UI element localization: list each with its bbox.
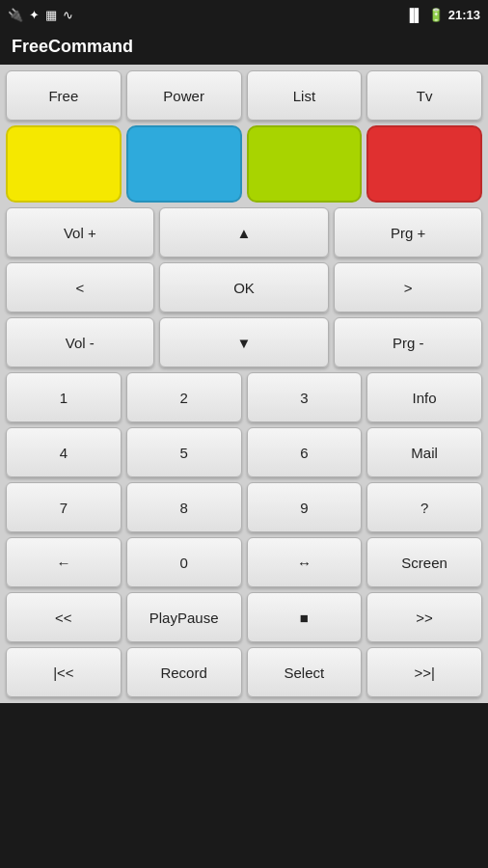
yellow-button[interactable]: [6, 125, 122, 203]
vol-down-row: Vol - ▼ Prg -: [6, 317, 482, 367]
battery-icon: 🔋: [428, 8, 444, 22]
signal-icon: ▐▌: [405, 8, 422, 22]
skip-forward-button[interactable]: >>|: [366, 647, 482, 697]
num-row-2: 4 5 6 Mail: [6, 427, 482, 477]
screen-button[interactable]: Screen: [366, 537, 482, 587]
tv-button[interactable]: Tv: [366, 70, 482, 121]
num-5-button[interactable]: 5: [126, 427, 242, 477]
bluetooth-icon: ✦: [29, 8, 40, 22]
num-2-button[interactable]: 2: [126, 372, 242, 422]
down-button[interactable]: ▼: [159, 317, 330, 367]
rewind-button[interactable]: <<: [6, 592, 122, 642]
list-button[interactable]: List: [247, 70, 363, 121]
status-bar: 🔌 ✦ ▦ ∿ ▐▌ 🔋 21:13: [0, 0, 488, 29]
vol-minus-button[interactable]: Vol -: [6, 317, 154, 367]
select-button[interactable]: Select: [247, 647, 363, 697]
num-row-1: 1 2 3 Info: [6, 372, 482, 422]
backspace-button[interactable]: ←: [6, 537, 122, 587]
record-button[interactable]: Record: [126, 647, 242, 697]
num-3-button[interactable]: 3: [247, 372, 363, 422]
right-button[interactable]: >: [334, 262, 482, 312]
mail-button[interactable]: Mail: [366, 427, 482, 477]
red-button[interactable]: [366, 125, 482, 203]
swap-button[interactable]: ↔: [247, 537, 363, 587]
num-6-button[interactable]: 6: [247, 427, 363, 477]
num-row-3: 7 8 9 ?: [6, 482, 482, 532]
info-button[interactable]: Info: [366, 372, 482, 422]
up-button[interactable]: ▲: [159, 207, 330, 258]
main-content: Free Power List Tv Vol + ▲ Prg + < OK > …: [0, 65, 488, 703]
usb-icon: 🔌: [8, 8, 23, 22]
ok-button[interactable]: OK: [159, 262, 330, 312]
num-8-button[interactable]: 8: [126, 482, 242, 532]
status-icons-left: 🔌 ✦ ▦ ∿: [8, 8, 73, 22]
prg-plus-button[interactable]: Prg +: [334, 207, 482, 258]
vol-up-row: Vol + ▲ Prg +: [6, 207, 482, 258]
clock: 21:13: [448, 8, 480, 22]
question-button[interactable]: ?: [366, 482, 482, 532]
blue-button[interactable]: [126, 125, 242, 203]
media-row-2: |<< Record Select >>|: [6, 647, 482, 697]
num-1-button[interactable]: 1: [6, 372, 122, 422]
skip-back-button[interactable]: |<<: [6, 647, 122, 697]
fastforward-button[interactable]: >>: [366, 592, 482, 642]
media-row-1: << PlayPause ■ >>: [6, 592, 482, 642]
ok-row: < OK >: [6, 262, 482, 312]
num-7-button[interactable]: 7: [6, 482, 122, 532]
num-row-4: ← 0 ↔ Screen: [6, 537, 482, 587]
num-4-button[interactable]: 4: [6, 427, 122, 477]
stop-button[interactable]: ■: [247, 592, 363, 642]
top-button-row: Free Power List Tv: [6, 70, 482, 121]
prg-minus-button[interactable]: Prg -: [334, 317, 482, 367]
vol-plus-button[interactable]: Vol +: [6, 207, 154, 258]
power-button[interactable]: Power: [126, 70, 242, 121]
left-button[interactable]: <: [6, 262, 154, 312]
playpause-button[interactable]: PlayPause: [126, 592, 242, 642]
green-button[interactable]: [247, 125, 363, 203]
num-0-button[interactable]: 0: [126, 537, 242, 587]
app-title: FreeCommand: [0, 29, 488, 65]
color-button-row: [6, 125, 482, 203]
wifi-icon: ∿: [63, 8, 73, 22]
num-9-button[interactable]: 9: [247, 482, 363, 532]
free-button[interactable]: Free: [6, 70, 122, 121]
sim-icon: ▦: [45, 8, 57, 22]
status-icons-right: ▐▌ 🔋 21:13: [405, 8, 480, 22]
